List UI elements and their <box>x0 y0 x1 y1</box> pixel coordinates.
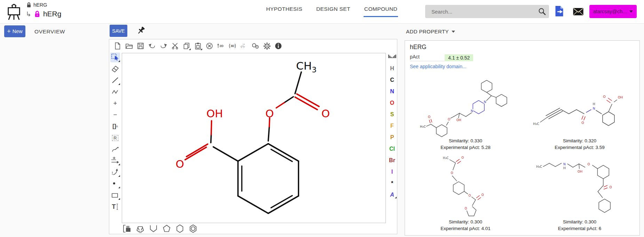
search-icon[interactable] <box>538 7 546 16</box>
svg-text:H: H <box>563 166 566 170</box>
svg-text:O: O <box>428 115 430 119</box>
template-library-icon[interactable] <box>122 224 132 233</box>
structure-canvas[interactable]: CH3 O O OH O <box>122 53 386 223</box>
svg-text:O: O <box>581 121 584 125</box>
similar-structure-thumbnail[interactable]: H₃C O O O O O <box>436 154 495 219</box>
element-C[interactable]: C <box>388 76 397 84</box>
template-pyrrole[interactable]: N <box>135 224 145 233</box>
gear-icon[interactable] <box>263 41 271 50</box>
svg-text:H₃C: H₃C <box>420 125 426 128</box>
tab-hypothesis[interactable]: HYPOTHESIS <box>265 2 303 17</box>
applicability-domain-link[interactable]: See applicability domain... <box>410 64 467 69</box>
template-cyclopentadiene[interactable] <box>148 224 159 233</box>
compound-name: hERg <box>43 10 62 18</box>
increase-charge-tool[interactable]: + <box>110 98 120 108</box>
search-input[interactable] <box>425 9 538 15</box>
graphics-rectangle-tool[interactable] <box>110 190 120 200</box>
project-name: hERG <box>33 2 47 8</box>
atom-label-ester-o: O <box>265 107 274 120</box>
template-cyclopentane[interactable] <box>161 224 172 233</box>
clear-canvas-icon[interactable] <box>205 41 214 50</box>
periodic-table-icon[interactable] <box>388 53 397 61</box>
sidebar-item-overview[interactable]: OVERVIEW <box>34 29 65 35</box>
svg-text:OH: OH <box>578 169 582 173</box>
repeating-group-tool[interactable]: []n <box>110 121 120 131</box>
element-P[interactable]: P <box>388 134 397 141</box>
similarity-text: Similarity: 0.300 <box>563 219 596 226</box>
pin-icon[interactable] <box>136 26 146 37</box>
reaction-arrow-tool[interactable] <box>110 156 120 166</box>
pact-label: pAct <box>410 54 445 61</box>
radical-tool[interactable] <box>110 179 120 189</box>
element-S[interactable]: S <box>388 111 397 118</box>
svg-text:N: N <box>563 162 566 166</box>
element-Br[interactable]: Br <box>388 157 397 164</box>
svg-text:H: H <box>593 102 595 106</box>
element-F[interactable]: F <box>388 122 397 130</box>
element-H[interactable]: H <box>388 65 397 72</box>
mail-icon[interactable] <box>573 8 584 17</box>
search-bar <box>425 5 549 18</box>
experimental-pact-text: Experimental pAct: 4.01 <box>440 225 490 232</box>
svg-text:O: O <box>482 193 484 197</box>
save-button[interactable]: SAVE <box>110 25 127 37</box>
eraser-tool[interactable] <box>110 64 120 74</box>
tab-design-set[interactable]: DESIGN SET <box>316 2 351 17</box>
element-N[interactable]: N <box>388 88 397 95</box>
svg-text:O: O <box>610 185 612 189</box>
svg-text:H₃C: H₃C <box>443 156 448 160</box>
abbreviated-groups-icon[interactable]: -(?)- <box>240 41 248 50</box>
atom-label-acid-carbonyl-o: O <box>176 158 184 170</box>
similar-compound-cell: H₃C O N H O OH Similarity: 0.320 Experim… <box>523 71 637 152</box>
report-icon[interactable] <box>555 6 564 18</box>
similarity-text: Similarity: 0.330 <box>449 137 482 144</box>
svg-text:N: N <box>139 230 141 234</box>
single-bond-tool[interactable] <box>110 76 120 85</box>
open-structure-icon[interactable] <box>125 41 133 50</box>
about-info-icon[interactable] <box>274 41 283 50</box>
user-menu-label: atarcsay@ch... <box>593 9 627 14</box>
experimental-pact-text: Experimental pAct: 6 <box>558 225 602 232</box>
template-cyclohexane[interactable] <box>175 224 185 233</box>
svg-text:3D: 3D <box>230 44 234 48</box>
new-document-icon[interactable] <box>113 41 122 50</box>
text-tool[interactable]: T <box>110 202 120 212</box>
template-benzene[interactable] <box>188 224 198 233</box>
similar-structure-thumbnail[interactable]: H₃C N H OH O O <box>531 152 628 219</box>
r-group-tool[interactable]: R <box>110 133 120 143</box>
similar-compound-cell: H₃C O O OH N N Similarity: 0.330 Experim… <box>408 71 523 152</box>
new-button[interactable]: + New <box>4 25 25 37</box>
similar-structure-thumbnail[interactable]: H₃C O N H O OH <box>529 89 630 137</box>
svg-text:OH: OH <box>618 95 623 99</box>
user-menu-button[interactable]: atarcsay@ch... <box>589 5 637 18</box>
display-settings-icon[interactable] <box>251 41 260 50</box>
electron-flow-tool[interactable] <box>110 167 120 177</box>
view-3d-icon[interactable]: 3D <box>228 41 237 50</box>
atom-label-hydroxyl: OH <box>206 107 223 120</box>
rectangle-selection-tool[interactable] <box>110 53 120 62</box>
cut-icon[interactable] <box>171 41 179 50</box>
save-structure-icon[interactable] <box>136 41 145 50</box>
element-I[interactable]: I <box>388 168 397 176</box>
main-nav: HYPOTHESIS DESIGN SET COMPOUND <box>265 2 398 17</box>
copy-icon[interactable] <box>182 41 191 50</box>
easel-logo-icon[interactable] <box>6 3 22 22</box>
similar-structure-thumbnail[interactable]: H₃C O O OH N N <box>417 76 514 137</box>
element-O[interactable]: O <box>388 99 397 107</box>
undo-icon[interactable] <box>148 41 156 50</box>
element-any-atom[interactable]: * <box>388 180 397 187</box>
svg-text:O: O <box>469 194 471 197</box>
chain-tool[interactable] <box>110 87 120 97</box>
element-atom-query[interactable]: A <box>388 191 397 199</box>
add-property-label: ADD PROPERTY <box>406 29 449 34</box>
redo-icon[interactable] <box>159 41 168 50</box>
add-property-button[interactable]: ADD PROPERTY <box>406 29 455 34</box>
clean-2d-icon[interactable]: 2D <box>217 41 225 50</box>
paste-icon[interactable] <box>194 41 202 50</box>
chevron-down-icon <box>452 31 455 33</box>
decrease-charge-tool[interactable]: − <box>110 110 120 120</box>
mechanism-tool[interactable] <box>110 144 120 154</box>
element-Cl[interactable]: Cl <box>388 145 397 153</box>
svg-text:O: O <box>448 117 450 121</box>
tab-compound[interactable]: COMPOUND <box>364 2 398 17</box>
